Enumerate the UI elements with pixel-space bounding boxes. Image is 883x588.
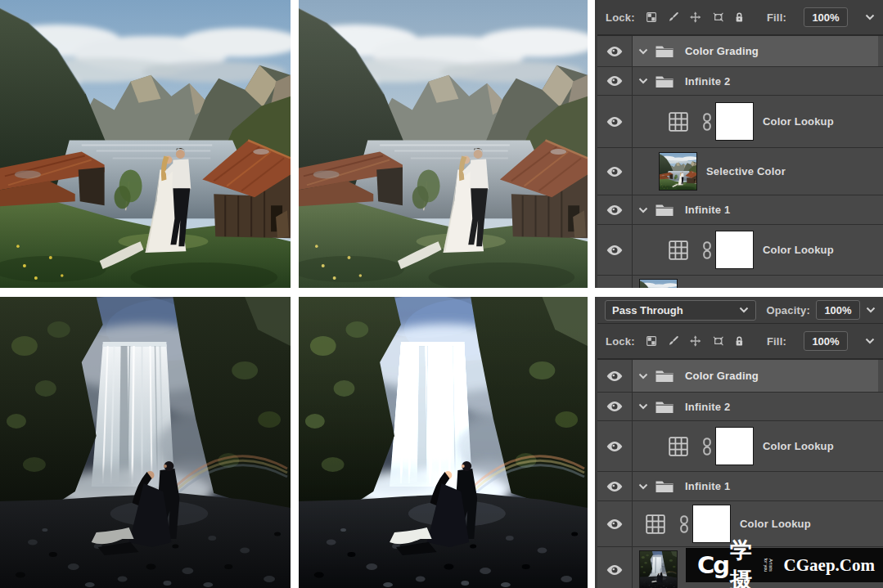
link-icon <box>701 113 713 131</box>
adjustment-thumbnail[interactable] <box>715 231 754 269</box>
chevron-down-icon[interactable] <box>866 307 876 313</box>
layer-row-partial[interactable] <box>597 276 883 288</box>
grid-icon <box>646 514 665 534</box>
layer-row-infinite-2[interactable]: Infinite 2 <box>597 393 883 421</box>
fill-value[interactable]: 100% <box>804 331 848 351</box>
chevron-down-icon[interactable] <box>865 14 875 20</box>
layer-row-color-lookup[interactable]: Color Lookup <box>597 96 883 148</box>
lock-label: Lock: <box>606 335 635 348</box>
layer-row-color-grading[interactable]: Color Grading <box>597 36 883 67</box>
brush-icon[interactable] <box>668 333 678 349</box>
layer-row-color-lookup[interactable]: Color Lookup <box>597 225 883 276</box>
layer-row-color-grading[interactable]: Color Grading <box>597 360 883 393</box>
chevron-down-icon[interactable] <box>638 78 648 84</box>
watermark-site: CGaep.Com <box>784 555 875 576</box>
layer-row-infinite-1[interactable]: Infinite 1 <box>597 195 883 225</box>
eye-icon <box>606 564 624 576</box>
layer-thumbnail[interactable] <box>659 152 697 191</box>
layer-thumbnail[interactable] <box>639 279 678 288</box>
chevron-down-icon[interactable] <box>638 373 648 379</box>
eye-icon <box>606 204 624 216</box>
link-icon <box>701 438 713 456</box>
eye-icon <box>606 370 624 382</box>
blend-bar: Pass Through Opacity: 100% <box>597 297 883 324</box>
visibility-toggle[interactable] <box>597 547 633 588</box>
visibility-toggle[interactable] <box>597 393 633 420</box>
chevron-down-icon[interactable] <box>638 207 648 213</box>
checkerboard-icon[interactable] <box>646 10 656 25</box>
layer-name[interactable]: Selective Color <box>706 165 786 177</box>
grid-icon <box>669 240 688 260</box>
layer-row-infinite-1[interactable]: Infinite 1 <box>597 472 883 501</box>
layer-name[interactable]: Color Lookup <box>763 244 834 256</box>
lock-label: Lock: <box>606 11 635 24</box>
visibility-toggle[interactable] <box>597 96 633 147</box>
layer-name[interactable]: Color Lookup <box>763 115 834 128</box>
eye-icon <box>606 518 624 530</box>
layer-name[interactable]: Infinite 1 <box>685 480 730 492</box>
checkerboard-icon[interactable] <box>646 334 656 348</box>
eye-icon <box>606 245 624 256</box>
watermark-tagline: Artists for you <box>764 557 773 574</box>
folder-icon <box>655 44 674 58</box>
visibility-toggle[interactable] <box>597 36 633 66</box>
visibility-toggle[interactable] <box>597 67 633 95</box>
visibility-toggle[interactable] <box>597 276 633 288</box>
visibility-toggle[interactable] <box>597 472 633 500</box>
layer-name[interactable]: Color Grading <box>685 45 759 57</box>
watermark-logo-cjk: 学摄 <box>730 536 765 588</box>
visibility-toggle[interactable] <box>597 195 633 224</box>
visibility-toggle[interactable] <box>597 501 633 546</box>
visibility-toggle[interactable] <box>597 360 633 392</box>
chevron-down-icon[interactable] <box>638 403 648 410</box>
eye-icon <box>606 481 624 492</box>
layer-name[interactable]: Color Lookup <box>763 440 834 452</box>
padlock-icon[interactable] <box>735 333 744 349</box>
chevron-down-icon[interactable] <box>638 48 648 55</box>
frame-icon[interactable] <box>713 333 723 349</box>
layer-name[interactable]: Infinite 2 <box>685 401 730 413</box>
opacity-value[interactable]: 100% <box>816 300 860 320</box>
layer-row-selective-color[interactable]: Selective Color <box>597 148 883 195</box>
eye-icon <box>606 116 624 128</box>
adjustment-thumbnail[interactable] <box>715 427 754 465</box>
brush-icon[interactable] <box>668 9 678 25</box>
layer-row-color-lookup[interactable]: Color Lookup <box>597 421 883 472</box>
link-icon <box>701 241 713 259</box>
layer-row-infinite-2[interactable]: Infinite 2 <box>597 67 883 96</box>
visibility-toggle[interactable] <box>597 225 633 275</box>
padlock-icon[interactable] <box>735 9 744 25</box>
lock-bar: Lock: Fill: 100% <box>597 0 883 36</box>
folder-icon <box>655 74 674 88</box>
fill-label: Fill: <box>767 11 786 24</box>
adjustment-thumbnail[interactable] <box>715 102 754 141</box>
waterfall-photo-original <box>0 297 291 588</box>
grid-icon <box>669 112 688 132</box>
opacity-label: Opacity: <box>766 304 810 316</box>
visibility-toggle[interactable] <box>597 148 633 195</box>
move-icon[interactable] <box>690 9 701 25</box>
eye-icon <box>606 166 624 177</box>
screenshot-stage: Lock: Fill: 100% Color Grading <box>0 0 883 588</box>
fill-value[interactable]: 100% <box>804 7 848 27</box>
eye-icon <box>606 401 624 412</box>
layers-panel-top: Lock: Fill: 100% Color Grading <box>595 0 883 288</box>
chevron-down-icon[interactable] <box>638 483 648 490</box>
layer-name[interactable]: Infinite 1 <box>685 204 730 216</box>
folder-icon <box>655 400 674 414</box>
layer-name[interactable]: Color Lookup <box>740 518 811 530</box>
move-icon[interactable] <box>690 333 701 349</box>
folder-icon <box>655 479 674 493</box>
frame-icon[interactable] <box>713 9 723 25</box>
fjord-photo-original <box>0 0 291 288</box>
adjustment-thumbnail[interactable] <box>692 505 731 543</box>
layer-thumbnail[interactable] <box>639 550 678 588</box>
visibility-toggle[interactable] <box>597 421 633 471</box>
layer-name[interactable]: Infinite 2 <box>685 75 730 88</box>
blend-mode-select[interactable]: Pass Through <box>605 300 756 321</box>
eye-icon <box>606 75 624 87</box>
chevron-down-icon[interactable] <box>865 338 875 344</box>
waterfall-photo-graded <box>299 297 588 588</box>
layer-name[interactable]: Color Grading <box>685 370 759 382</box>
chevron-down-icon <box>739 307 749 313</box>
